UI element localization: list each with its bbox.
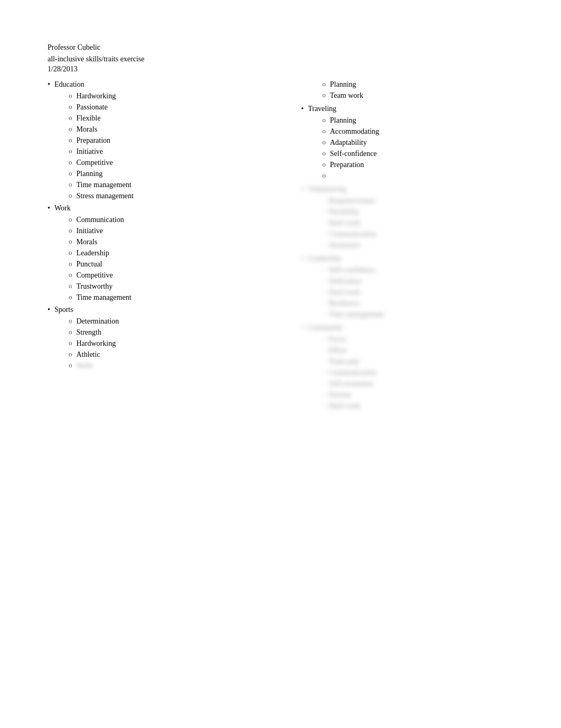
list-item: oMorals <box>48 236 132 247</box>
sub-list-work: oCommunication oInitiative oMorals oLead… <box>48 214 132 303</box>
sub-item-label: Morals <box>77 124 98 135</box>
sub-item-label: Skills <box>77 360 94 371</box>
left-column: • Education oHardworking oPassionate oFl… <box>48 79 301 372</box>
sub-item-label: Athletic <box>77 349 100 360</box>
list-item: -Time management <box>301 309 512 320</box>
sub-bullet: o <box>69 349 72 360</box>
list-item: oPlanning <box>301 79 512 90</box>
sub-bullet: - <box>322 356 324 366</box>
list-item: oFlexible <box>48 113 134 124</box>
sub-bullet: - <box>322 334 324 344</box>
list-item: oDetermination <box>48 316 119 327</box>
sub-item-label: Communication <box>329 367 376 378</box>
sub-item-label: Team work <box>330 90 363 101</box>
sub-item-label: Team play <box>329 356 360 367</box>
sub-bullet: - <box>322 217 324 228</box>
intro-sub-list: oPlanning oTeam work <box>301 79 512 101</box>
list-item: -Passion <box>301 389 512 400</box>
sub-item-label: Time management <box>77 179 132 190</box>
sub-bullet: - <box>322 264 324 275</box>
sub-bullet: o <box>69 236 72 247</box>
sub-bullet: o <box>322 137 326 148</box>
label-blurred-3: Leadership <box>308 253 341 264</box>
section-blurred-4: • Community -Focus -Effort -Team play -C… <box>301 322 512 411</box>
list-item: oMorals <box>48 124 134 135</box>
list-item: oLeadership <box>48 247 132 259</box>
sub-bullet: o <box>322 126 326 136</box>
section-work: • Work oCommunication oInitiative oMoral… <box>48 202 301 303</box>
sub-bullet: o <box>322 170 326 181</box>
sub-bullet: - <box>322 309 324 319</box>
sub-bullet: o <box>69 157 72 168</box>
label-blurred-4: Community <box>308 322 343 333</box>
list-item: oStress management <box>48 190 134 201</box>
list-item: -Self-awareness <box>301 378 512 389</box>
left-main-list: • Education oHardworking oPassionate oFl… <box>48 79 301 371</box>
sub-item-label: Hard work <box>329 400 360 411</box>
list-item: -Hard work <box>301 217 512 228</box>
list-item: oPreparation <box>301 159 512 170</box>
right-column: oPlanning oTeam work • Traveling oPlanni… <box>301 79 512 413</box>
sub-bullet: o <box>69 102 72 112</box>
list-item: oPreparation <box>48 135 134 146</box>
section-education: • Education oHardworking oPassionate oFl… <box>48 79 301 201</box>
list-item: -Communication <box>301 228 512 239</box>
sub-item-label: Accommodating <box>330 126 379 137</box>
sub-bullet: - <box>322 228 324 239</box>
sub-item-label: Flexible <box>77 113 101 124</box>
sub-item-label: Passion <box>329 389 351 400</box>
sub-bullet: o <box>69 214 72 225</box>
sub-item-label: Strength <box>77 327 101 338</box>
sub-bullet: - <box>322 298 324 308</box>
sub-bullet: o <box>69 168 72 179</box>
sub-item-label: Planning <box>330 79 357 90</box>
list-item: oAthletic <box>48 349 119 360</box>
sub-item-label: Competitive <box>77 270 113 281</box>
sub-item-label: Competitive <box>77 157 113 168</box>
sub-item-label: Preparation <box>77 135 111 146</box>
header: Professor Cubelic all-inclusive skills/t… <box>48 42 519 75</box>
sub-item-label: Self-awareness <box>329 378 373 389</box>
sub-item-label: Dedication <box>329 275 361 287</box>
header-line1: Professor Cubelic <box>48 42 519 53</box>
sub-item-label: Flexibility <box>329 206 359 217</box>
sub-item-label: Communication <box>77 214 124 225</box>
list-item: -Effort <box>301 345 512 356</box>
bullet-blurred-2: • <box>301 183 304 195</box>
sub-bullet: - <box>322 400 324 411</box>
list-item: oAdaptability <box>301 137 512 148</box>
label-sports: Sports <box>54 304 73 315</box>
list-item: -Focus <box>301 334 512 345</box>
sub-item-label: Planning <box>77 168 103 179</box>
sub-bullet: o <box>322 148 326 159</box>
sub-item-label: Adaptability <box>330 137 367 148</box>
sub-item-label: Self-confidence <box>330 148 377 159</box>
sub-item-label: Time management <box>329 309 384 320</box>
sub-item-label: Punctual <box>77 259 102 270</box>
list-item: oPunctual <box>48 259 132 270</box>
sub-item-label: Leadership <box>77 247 109 259</box>
header-line2: all-inclusive skills/traits exercise <box>48 54 519 64</box>
bullet-blurred-3: • <box>301 253 304 264</box>
list-item: -Self-confidence <box>301 264 512 275</box>
sub-item-label: Awareness <box>329 239 360 251</box>
sub-bullet: o <box>322 115 326 125</box>
sub-bullet: o <box>69 179 72 190</box>
list-item: oHardworking <box>48 90 134 102</box>
sub-bullet: o <box>322 79 326 89</box>
content-wrapper: • Education oHardworking oPassionate oFl… <box>48 79 519 413</box>
sub-bullet: o <box>69 90 72 101</box>
sub-item-label: Communication <box>329 228 376 239</box>
sub-bullet: o <box>69 270 72 280</box>
list-item: -Awareness <box>301 239 512 251</box>
list-item: -Resilience <box>301 298 512 309</box>
sub-item-label: Initiative <box>77 146 104 157</box>
list-item: oPlanning <box>301 115 512 126</box>
sub-bullet: - <box>322 389 324 400</box>
sub-list-blurred-2: -Responsiveness -Flexibility -Hard work … <box>301 195 512 251</box>
sub-item-label: Focus <box>329 334 346 345</box>
sub-item-label: Hardworking <box>77 90 116 102</box>
bullet-education: • <box>48 79 50 90</box>
sub-bullet: o <box>69 281 72 291</box>
bullet-sports: • <box>48 304 50 315</box>
